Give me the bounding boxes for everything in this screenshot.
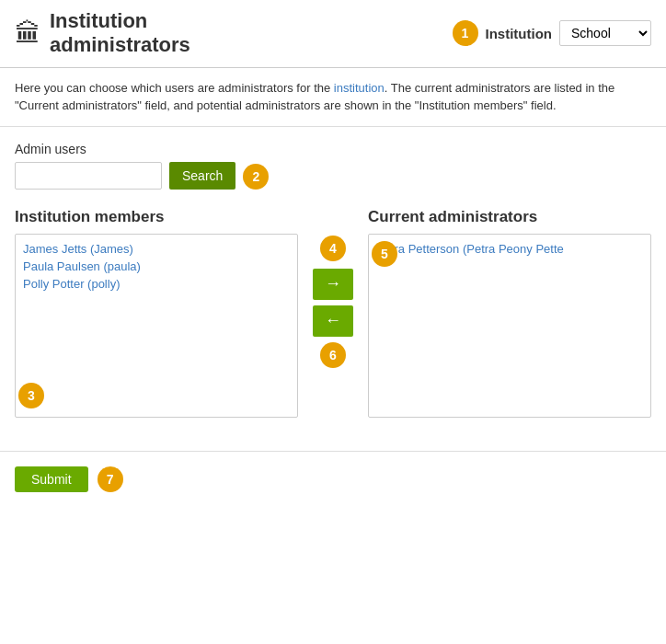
columns-row: Institution members James Jetts (James) …	[15, 208, 651, 418]
institution-icon: 🏛	[15, 18, 40, 49]
member-item-1[interactable]: Paula Paulsen (paula)	[23, 258, 290, 275]
badge-4: 4	[320, 236, 346, 261]
footer-section: Submit 7	[0, 451, 666, 507]
member-item-0[interactable]: James Jetts (James)	[23, 240, 290, 258]
header-right: 1 Institution School University College	[453, 20, 651, 46]
current-admins-heading: Current administrators	[368, 208, 651, 226]
admin-item-0[interactable]: Petra Petterson (Petra Peony Pette	[376, 240, 643, 258]
current-admins-container: Petra Petterson (Petra Peony Pette 5	[368, 234, 651, 418]
badge-7: 7	[98, 466, 123, 492]
institution-members-heading: Institution members	[15, 208, 298, 226]
badge-1: 1	[453, 20, 478, 46]
remove-from-admins-button[interactable]: ←	[313, 305, 353, 337]
badge-3: 3	[18, 383, 44, 408]
description-text-part1: Here you can choose which users are admi…	[15, 81, 334, 95]
description: Here you can choose which users are admi…	[0, 68, 666, 127]
badge-2-wrapper: 2	[243, 164, 267, 188]
footer-row: Submit 7	[15, 466, 651, 492]
institution-select[interactable]: School University College	[559, 20, 651, 46]
header: 🏛 Institution administrators 1 Instituti…	[0, 0, 666, 68]
badge-6: 6	[320, 342, 346, 368]
submit-button[interactable]: Submit	[15, 466, 88, 492]
column-right: Current administrators Petra Petterson (…	[368, 208, 651, 418]
admin-search-section: Admin users Search 2	[15, 142, 651, 190]
title-line1: Institution	[50, 9, 190, 33]
search-button[interactable]: Search	[169, 162, 235, 190]
badge-2: 2	[243, 164, 269, 190]
search-input[interactable]	[15, 162, 162, 190]
add-to-admins-button[interactable]: →	[313, 269, 353, 300]
institution-link[interactable]: institution	[334, 81, 385, 95]
header-left: 🏛 Institution administrators	[15, 9, 190, 58]
badge-5: 5	[372, 241, 397, 267]
current-admins-list[interactable]: Petra Petterson (Petra Peony Pette	[368, 234, 651, 418]
left-arrow-icon: ←	[325, 311, 341, 330]
right-arrow-icon: →	[325, 274, 341, 293]
transfer-controls: 4 → ← 6	[298, 263, 368, 366]
title-line2: administrators	[50, 33, 190, 57]
institution-members-container: James Jetts (James) Paula Paulsen (paula…	[15, 234, 298, 418]
institution-label: Institution	[486, 26, 552, 41]
column-left: Institution members James Jetts (James) …	[15, 208, 298, 418]
header-title: Institution administrators	[50, 9, 190, 58]
search-row: Search 2	[15, 162, 651, 190]
institution-members-list[interactable]: James Jetts (James) Paula Paulsen (paula…	[15, 234, 298, 418]
admin-users-label: Admin users	[15, 142, 651, 156]
main-content: Admin users Search 2 Institution members…	[0, 127, 666, 432]
page-wrapper: 🏛 Institution administrators 1 Instituti…	[0, 0, 666, 644]
member-item-2[interactable]: Polly Potter (polly)	[23, 275, 290, 293]
